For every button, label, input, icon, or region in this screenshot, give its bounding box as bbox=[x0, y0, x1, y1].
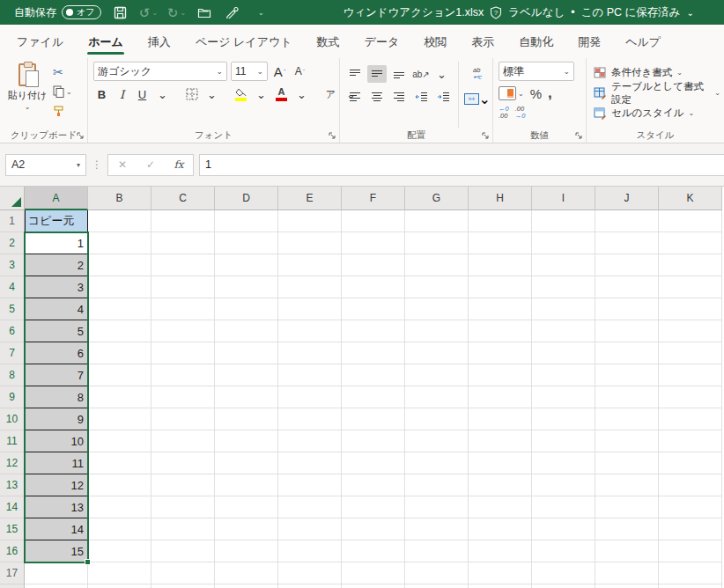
row-header-15[interactable]: 15 bbox=[0, 518, 25, 540]
align-left-button[interactable] bbox=[345, 88, 365, 106]
cell-E6[interactable] bbox=[278, 320, 342, 342]
cell-H6[interactable] bbox=[469, 320, 532, 342]
column-header-J[interactable]: J bbox=[595, 187, 659, 210]
cell-F13[interactable] bbox=[342, 474, 405, 496]
ribbon-tab[interactable]: 自動化 bbox=[507, 27, 565, 58]
cell-H12[interactable] bbox=[469, 452, 532, 474]
cell-E10[interactable] bbox=[278, 408, 342, 430]
cell-G17[interactable] bbox=[405, 562, 469, 584]
select-all-corner[interactable] bbox=[0, 187, 25, 210]
cell-I6[interactable] bbox=[532, 320, 595, 342]
increase-indent-button[interactable] bbox=[433, 88, 453, 106]
cell-K6[interactable] bbox=[659, 320, 722, 342]
font-dialog-launcher[interactable] bbox=[329, 132, 336, 140]
cell-H3[interactable] bbox=[469, 254, 532, 276]
underline-button[interactable]: U bbox=[134, 85, 151, 103]
cell-A9[interactable]: 8 bbox=[25, 386, 88, 408]
sensitivity-label[interactable]: ラベルなし bbox=[508, 5, 565, 20]
row-header-9[interactable]: 9 bbox=[0, 386, 25, 408]
cell-G1[interactable] bbox=[405, 210, 469, 232]
sensitivity-shield-icon[interactable]: ? bbox=[490, 6, 502, 19]
cell-C6[interactable] bbox=[151, 320, 215, 342]
cell-C8[interactable] bbox=[151, 364, 215, 386]
cell-A10[interactable]: 9 bbox=[25, 408, 88, 430]
font-color-dropdown-icon[interactable]: ⌄ bbox=[293, 85, 310, 103]
orientation-dropdown-icon[interactable]: ⌄ bbox=[433, 65, 450, 83]
ribbon-tab[interactable]: 開発 bbox=[566, 27, 612, 58]
cell-A3[interactable]: 2 bbox=[25, 254, 88, 276]
cell-J2[interactable] bbox=[595, 232, 659, 254]
row-header-10[interactable]: 10 bbox=[0, 408, 25, 430]
align-right-button[interactable] bbox=[389, 88, 409, 106]
row-header-14[interactable]: 14 bbox=[0, 496, 25, 518]
accounting-format-button[interactable]: ⌄ bbox=[499, 85, 524, 101]
cell-F15[interactable] bbox=[342, 518, 405, 540]
decrease-font-size-button[interactable]: Aˇ bbox=[292, 62, 308, 80]
column-header-C[interactable]: C bbox=[151, 187, 215, 210]
cell-G13[interactable] bbox=[405, 474, 469, 496]
cell-G9[interactable] bbox=[405, 386, 469, 408]
cell-F8[interactable] bbox=[342, 364, 405, 386]
cell-D10[interactable] bbox=[215, 408, 278, 430]
column-header-F[interactable]: F bbox=[342, 187, 405, 210]
italic-button[interactable]: I bbox=[114, 85, 130, 103]
ribbon-tab[interactable]: ホーム bbox=[77, 27, 135, 58]
ribbon-tab[interactable]: 数式 bbox=[306, 27, 351, 58]
cell-K17[interactable] bbox=[659, 562, 722, 584]
font-name-select[interactable]: 游ゴシック ⌄ bbox=[93, 62, 227, 81]
cell-K5[interactable] bbox=[659, 298, 722, 320]
cell-D14[interactable] bbox=[215, 496, 278, 518]
middle-align-button[interactable] bbox=[367, 65, 387, 83]
cell-J13[interactable] bbox=[595, 474, 659, 496]
cell-C12[interactable] bbox=[151, 452, 215, 474]
cell-C1[interactable] bbox=[151, 210, 215, 232]
cell-A14[interactable]: 13 bbox=[25, 496, 88, 518]
cell-G4[interactable] bbox=[405, 276, 469, 298]
cell-D8[interactable] bbox=[215, 364, 278, 386]
column-header-E[interactable]: E bbox=[278, 187, 342, 210]
font-color-button[interactable]: A bbox=[273, 85, 290, 103]
cell-B5[interactable] bbox=[88, 298, 151, 320]
cell-D1[interactable] bbox=[215, 210, 278, 232]
cell-H9[interactable] bbox=[469, 386, 532, 408]
saved-status-chevron-icon[interactable]: ⌄ bbox=[687, 8, 694, 18]
cell-C7[interactable] bbox=[151, 342, 215, 364]
cell-J16[interactable] bbox=[595, 540, 659, 562]
cell-K4[interactable] bbox=[659, 276, 722, 298]
cell-I8[interactable] bbox=[532, 364, 595, 386]
row-header-17[interactable]: 17 bbox=[0, 562, 25, 584]
clipboard-dialog-launcher[interactable] bbox=[77, 132, 85, 140]
cell-G16[interactable] bbox=[405, 540, 469, 562]
cell-partial[interactable] bbox=[151, 584, 215, 588]
cell-E11[interactable] bbox=[278, 430, 342, 452]
ribbon-tab[interactable]: データ bbox=[353, 27, 411, 58]
cell-D3[interactable] bbox=[215, 254, 278, 276]
cell-A12[interactable]: 11 bbox=[25, 452, 88, 474]
cell-H2[interactable] bbox=[469, 232, 532, 254]
cell-A15[interactable]: 14 bbox=[25, 518, 88, 540]
cell-E17[interactable] bbox=[278, 562, 342, 584]
fill-handle[interactable] bbox=[85, 559, 91, 565]
cell-partial[interactable] bbox=[659, 584, 722, 588]
cell-E13[interactable] bbox=[278, 474, 342, 496]
cell-I4[interactable] bbox=[532, 276, 595, 298]
cell-H17[interactable] bbox=[469, 562, 532, 584]
cell-partial[interactable] bbox=[25, 584, 88, 588]
cell-F3[interactable] bbox=[342, 254, 405, 276]
cell-K2[interactable] bbox=[659, 232, 722, 254]
cell-I1[interactable] bbox=[532, 210, 595, 232]
cell-C16[interactable] bbox=[151, 540, 215, 562]
cell-A17[interactable] bbox=[25, 562, 88, 584]
underline-dropdown-icon[interactable]: ⌄ bbox=[154, 85, 171, 103]
cell-J4[interactable] bbox=[595, 276, 659, 298]
cell-B14[interactable] bbox=[88, 496, 151, 518]
cell-D17[interactable] bbox=[215, 562, 278, 584]
cell-K14[interactable] bbox=[659, 496, 722, 518]
cell-I16[interactable] bbox=[532, 540, 595, 562]
cell-I9[interactable] bbox=[532, 386, 595, 408]
cell-partial[interactable] bbox=[532, 584, 595, 588]
cell-J1[interactable] bbox=[595, 210, 659, 232]
cell-C10[interactable] bbox=[151, 408, 215, 430]
row-header-partial[interactable] bbox=[0, 584, 25, 588]
cell-G8[interactable] bbox=[405, 364, 469, 386]
